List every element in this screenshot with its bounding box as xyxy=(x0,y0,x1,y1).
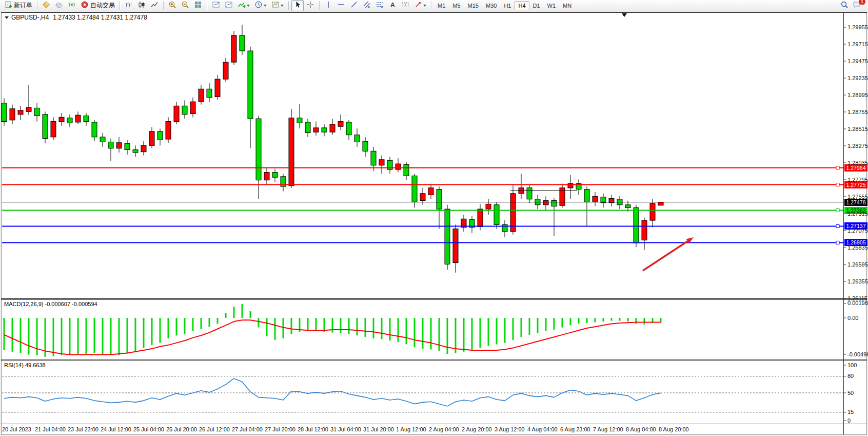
channel-tool-button[interactable]: E xyxy=(361,0,373,11)
templates-button[interactable] xyxy=(269,0,286,11)
chart-plot-area[interactable] xyxy=(0,0,868,436)
chevron-down-icon xyxy=(247,5,250,8)
svg-text:E: E xyxy=(368,6,370,9)
candle-bear xyxy=(437,189,442,210)
candle-bull xyxy=(428,188,433,195)
publish-chart-button[interactable] xyxy=(53,0,65,11)
cursor-tool-button[interactable] xyxy=(291,0,304,11)
timeframe-button-h4[interactable]: H4 xyxy=(515,1,529,10)
trendline-tool-button[interactable] xyxy=(348,0,360,11)
candle-bear xyxy=(371,151,376,165)
candle-bear xyxy=(445,209,450,264)
candle-bear xyxy=(527,188,532,199)
candle-bull xyxy=(141,145,146,151)
bar-chart-icon xyxy=(125,1,133,11)
svg-text:A: A xyxy=(390,1,395,8)
timeframe-button-m5[interactable]: M5 xyxy=(449,1,464,10)
candle-bear xyxy=(133,150,138,153)
candle-bull xyxy=(486,204,491,209)
candle-bull xyxy=(174,106,179,121)
text-label-tool-button[interactable]: T xyxy=(399,0,411,11)
cursor-icon xyxy=(293,1,302,11)
candle-bull xyxy=(593,196,598,202)
notification-badge: 1 xyxy=(859,0,865,5)
signals-button[interactable] xyxy=(66,0,78,11)
text-label-icon: T xyxy=(401,1,409,11)
auto-trading-button[interactable]: 自动交易 xyxy=(78,0,117,11)
timeframe-button-m30[interactable]: M30 xyxy=(482,1,500,10)
candle-bull xyxy=(313,128,319,132)
candle-bear xyxy=(182,106,187,115)
arrange-window-button[interactable] xyxy=(210,0,222,11)
tile-windows-button[interactable] xyxy=(192,0,204,11)
candle-bear xyxy=(92,122,97,137)
candle-bull xyxy=(478,209,483,226)
candle-bear xyxy=(157,131,163,140)
line-handle[interactable] xyxy=(836,166,839,169)
candle-bull xyxy=(166,122,171,139)
crosshair-icon xyxy=(306,1,314,11)
new-order-label: 新订单 xyxy=(14,1,32,10)
candle-bear xyxy=(2,103,7,122)
zoom-in-button[interactable] xyxy=(166,0,179,11)
line-handle[interactable] xyxy=(836,209,839,212)
fibonacci-tool-button[interactable]: F xyxy=(373,0,386,11)
candlestick-chart-button[interactable] xyxy=(135,0,148,11)
candle-bear xyxy=(207,89,212,98)
svg-text:F: F xyxy=(381,6,383,9)
candle-bull xyxy=(231,35,236,62)
candle-bull xyxy=(199,89,204,102)
candle-bear xyxy=(584,189,589,202)
cascade-window-icon xyxy=(225,1,233,11)
toolbar-separator xyxy=(120,1,120,10)
line-chart-icon xyxy=(150,1,159,11)
vertical-line-icon xyxy=(324,1,332,11)
horizontal-line-tool-button[interactable] xyxy=(335,0,347,11)
candle-bear xyxy=(67,118,72,123)
candle-bear xyxy=(551,201,557,206)
arrows-tool-button[interactable] xyxy=(412,0,428,11)
candle-bear xyxy=(494,205,499,225)
candle-bear xyxy=(634,207,639,243)
line-handle[interactable] xyxy=(836,241,839,244)
candle-bull xyxy=(543,201,548,205)
indicators-icon xyxy=(238,1,246,11)
candle-bear xyxy=(297,118,302,123)
timeframe-button-m15[interactable]: M15 xyxy=(464,1,482,10)
timeframe-button-h1[interactable]: H1 xyxy=(500,1,515,10)
indicators-button[interactable] xyxy=(235,0,252,11)
timeframe-button-m1[interactable]: M1 xyxy=(434,1,449,10)
timeframe-button-d1[interactable]: D1 xyxy=(529,1,544,10)
line-handle[interactable] xyxy=(836,225,839,228)
zoom-out-icon xyxy=(181,1,189,11)
timeframe-button-w1[interactable]: W1 xyxy=(544,1,560,10)
candle-bull xyxy=(264,173,269,180)
text-tool-button[interactable]: A xyxy=(386,0,399,11)
vertical-line-tool-button[interactable] xyxy=(322,0,334,11)
periods-button[interactable] xyxy=(252,0,269,11)
candle-bear xyxy=(240,35,245,51)
zoom-out-button[interactable] xyxy=(179,0,191,11)
arrange-window-icon xyxy=(212,1,220,11)
main-toolbar: 新订单 自动交易 xyxy=(0,0,868,11)
new-order-icon xyxy=(4,1,12,11)
shift-marker-icon[interactable] xyxy=(622,13,627,17)
crosshair-tool-button[interactable] xyxy=(304,0,317,11)
market-watch-button[interactable] xyxy=(40,0,52,11)
new-order-button[interactable]: 新订单 xyxy=(2,0,34,11)
timeframe-button-mn[interactable]: MN xyxy=(559,1,575,10)
search-button[interactable] xyxy=(838,0,851,11)
candle-bear xyxy=(108,142,113,148)
arrow-annotation[interactable] xyxy=(643,241,687,271)
chat-button[interactable]: 1 xyxy=(851,0,863,11)
candle-bull xyxy=(642,220,647,240)
line-handle[interactable] xyxy=(836,183,839,186)
bar-chart-button[interactable] xyxy=(123,0,135,11)
channel-icon: E xyxy=(363,1,371,11)
line-chart-button[interactable] xyxy=(148,0,161,11)
candle-bull xyxy=(658,202,663,205)
candle-bear xyxy=(363,141,368,151)
cascade-window-button[interactable] xyxy=(223,0,235,11)
candle-bear xyxy=(354,135,360,142)
candle-bull xyxy=(420,194,425,201)
